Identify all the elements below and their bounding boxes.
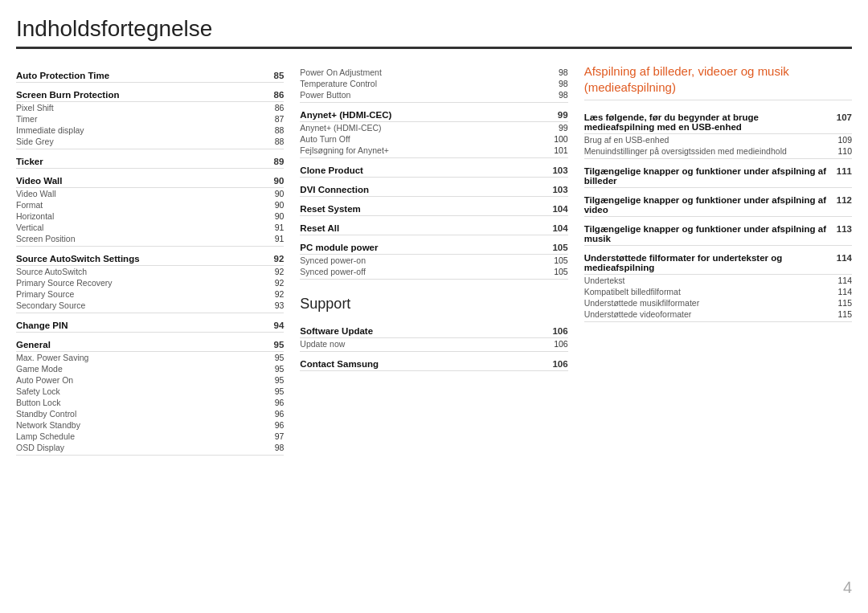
- toc-header-page: 105: [546, 243, 568, 252]
- toc-item-row: Primary Source Recovery92: [16, 277, 284, 288]
- toc-item-row: Undertekst114: [584, 275, 852, 286]
- toc-item-page: 92: [261, 267, 284, 276]
- toc-item-row: Secondary Source93: [16, 300, 284, 313]
- column-1: Auto Protection Time85Screen Burn Protec…: [16, 63, 300, 597]
- toc-header-label: General: [16, 340, 261, 349]
- toc-item-row: Horizontal90: [16, 210, 284, 222]
- toc-header-page: 85: [261, 71, 284, 80]
- toc-section: Ticker89: [16, 153, 284, 169]
- toc-item-label: Lamp Schedule: [16, 431, 261, 441]
- toc-header-label: Understøttede filformater for undertekst…: [584, 253, 829, 272]
- toc-item-row: Update now106: [300, 338, 567, 352]
- toc-item-label: Horizontal: [16, 211, 261, 221]
- toc-header-row: Clone Product103: [300, 161, 567, 178]
- toc-item-label: Power On Adjustment: [300, 67, 545, 77]
- toc-item-row: Auto Power On95: [16, 374, 284, 386]
- support-title: Support: [300, 296, 567, 316]
- toc-item-page: 109: [829, 135, 852, 145]
- toc-item-page: 91: [261, 234, 284, 243]
- toc-item-row: Network Standby96: [16, 419, 284, 431]
- toc-header-label: Clone Product: [300, 166, 545, 175]
- toc-header-page: 89: [261, 157, 284, 166]
- toc-item-page: 100: [546, 134, 568, 144]
- toc-item-page: 98: [546, 90, 568, 100]
- toc-header-label: Læs følgende, før du begynder at bruge m…: [584, 112, 829, 132]
- toc-item-label: Understøttede musikfilformater: [584, 298, 829, 308]
- toc-header-row: Auto Protection Time85: [16, 67, 284, 83]
- toc-section: Screen Burn Protection86Pixel Shift86Tim…: [16, 86, 284, 149]
- toc-item-label: Format: [16, 200, 261, 210]
- toc-header-page: 114: [829, 253, 852, 263]
- toc-item-page: 87: [261, 114, 284, 124]
- toc-item-row: Brug af en USB-enhed109: [584, 134, 852, 145]
- toc-header-page: 103: [546, 185, 568, 194]
- toc-header-page: 107: [829, 112, 852, 122]
- toc-header-row: Reset System104: [300, 200, 567, 216]
- toc-item-label: Primary Source Recovery: [16, 278, 261, 288]
- toc-item-row: Synced power-on105: [300, 255, 567, 266]
- toc-header-row: PC module power105: [300, 239, 567, 255]
- toc-item-row: Auto Turn Off100: [300, 133, 567, 145]
- toc-item-page: 110: [829, 146, 852, 156]
- toc-item-label: Synced power-on: [300, 255, 545, 265]
- toc-header-row: Screen Burn Protection86: [16, 86, 284, 102]
- toc-item-row: Vertical91: [16, 222, 284, 233]
- toc-item-row: Side Grey88: [16, 136, 284, 149]
- toc-item-row: Power On Adjustment98: [300, 67, 567, 78]
- toc-item-row: Understøttede videoformater115: [584, 309, 852, 322]
- column-3: Afspilning af billeder, videoer og musik…: [584, 63, 852, 597]
- toc-section: Change PIN94: [16, 317, 284, 333]
- toc-item-row: Understøttede musikfilformater115: [584, 297, 852, 309]
- toc-item-page: 95: [261, 375, 284, 385]
- toc-item-page: 96: [261, 420, 284, 430]
- toc-item-label: Vertical: [16, 223, 261, 232]
- toc-header-label: Anynet+ (HDMI-CEC): [300, 110, 545, 120]
- toc-section: Læs følgende, før du begynder at bruge m…: [584, 108, 852, 159]
- toc-item-label: Side Grey: [16, 137, 261, 146]
- toc-header-page: 113: [829, 224, 852, 234]
- toc-item-page: 90: [261, 189, 284, 198]
- toc-item-page: 101: [546, 145, 568, 155]
- toc-header-row: Video Wall90: [16, 172, 284, 188]
- toc-header-label: Auto Protection Time: [16, 71, 261, 80]
- toc-item-label: Timer: [16, 114, 261, 124]
- toc-item-page: 95: [261, 386, 284, 396]
- support-section: SupportSoftware Update106Update now106Co…: [300, 296, 567, 371]
- toc-item-page: 105: [546, 267, 568, 276]
- toc-item-page: 99: [546, 123, 568, 133]
- toc-header-label: PC module power: [300, 243, 545, 252]
- toc-header-label: Tilgængelige knapper og funktioner under…: [584, 166, 829, 186]
- toc-section: Understøttede filformater for undertekst…: [584, 249, 852, 322]
- toc-header-page: 95: [261, 340, 284, 349]
- toc-header-label: Source AutoSwitch Settings: [16, 254, 261, 264]
- toc-item-page: 114: [829, 287, 852, 296]
- toc-header-label: Video Wall: [16, 176, 261, 186]
- toc-item-page: 106: [546, 339, 568, 349]
- toc-item-row: Source AutoSwitch92: [16, 266, 284, 277]
- toc-header-page: 106: [546, 326, 568, 336]
- toc-item-row: Synced power-off105: [300, 266, 567, 280]
- toc-item-label: Standby Control: [16, 409, 261, 419]
- toc-item-label: Power Button: [300, 90, 545, 100]
- toc-section: DVI Connection103: [300, 181, 567, 197]
- toc-item-row: Timer87: [16, 113, 284, 125]
- toc-item-label: Auto Turn Off: [300, 134, 545, 144]
- toc-header-page: 103: [546, 166, 568, 175]
- toc-item-label: Menuindstillinger på oversigtssiden med …: [584, 146, 829, 156]
- toc-section: Clone Product103: [300, 161, 567, 178]
- toc-item-label: Safety Lock: [16, 386, 261, 396]
- toc-header-row: Ticker89: [16, 153, 284, 169]
- toc-section: Video Wall90Video Wall90Format90Horizont…: [16, 172, 284, 247]
- toc-item-page: 98: [546, 67, 568, 77]
- toc-section: Power On Adjustment98Temperature Control…: [300, 67, 567, 103]
- toc-header-label: Change PIN: [16, 321, 261, 330]
- toc-item-label: Temperature Control: [300, 79, 545, 88]
- toc-item-row: Safety Lock95: [16, 386, 284, 397]
- toc-header-page: 104: [546, 204, 568, 214]
- toc-item-row: Fejlsøgning for Anynet+101: [300, 145, 567, 158]
- toc-item-page: 95: [261, 364, 284, 374]
- toc-header-row: Software Update106: [300, 322, 567, 338]
- toc-header-row: Tilgængelige knapper og funktioner under…: [584, 162, 852, 188]
- toc-item-page: 90: [261, 211, 284, 221]
- toc-section: Contact Samsung106: [300, 355, 567, 371]
